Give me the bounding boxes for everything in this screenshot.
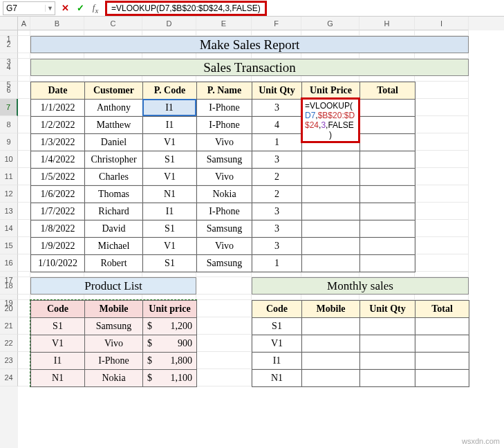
table-row[interactable]: V1 — [252, 335, 469, 353]
col-pname: P. Name — [197, 82, 252, 100]
row-header[interactable]: 15 — [0, 237, 18, 254]
col-header[interactable]: I — [415, 17, 469, 30]
table-row[interactable]: S1Samsung$1,200 — [31, 318, 197, 335]
row-header[interactable]: 9 — [0, 133, 18, 151]
select-all-corner[interactable] — [0, 17, 18, 30]
table-header-row: Date Customer P. Code P. Name Unit Qty U… — [31, 82, 416, 100]
col-unitprice: Unit Price — [302, 82, 360, 100]
formula-bar[interactable]: =VLOOKUP(D7,$B$20:$D$24,3,FALSE) — [105, 1, 267, 16]
row-header-active[interactable]: 7 — [0, 99, 18, 116]
row-header[interactable]: 5 — [0, 76, 18, 82]
table-row[interactable]: 1/10/2022RobertS1Samsung1 — [31, 255, 416, 272]
col-total: Total — [360, 82, 416, 100]
row-header[interactable]: 4 — [0, 59, 18, 76]
name-box-dropdown[interactable]: ▼ — [45, 5, 55, 12]
col-header[interactable]: D — [142, 17, 196, 30]
col-header[interactable]: B — [30, 17, 84, 30]
watermark: wsxdn.com — [462, 437, 500, 445]
row-header[interactable]: 23 — [0, 352, 18, 369]
col-header[interactable]: E — [196, 17, 252, 30]
title-main: Make Sales Report — [30, 36, 469, 53]
table-row[interactable]: S1 — [252, 318, 469, 335]
row-header[interactable]: 18 — [0, 277, 18, 295]
table-row[interactable]: 1/6/2022ThomasN1Nokia2 — [31, 186, 416, 203]
col-header[interactable]: H — [360, 17, 415, 30]
name-box[interactable]: ▼ — [3, 1, 55, 15]
spreadsheet-grid: 1 2 3 4 5 6 7 8 9 10 11 12 13 14 15 16 1… — [0, 17, 504, 448]
row-header[interactable]: 3 — [0, 53, 18, 59]
table-row[interactable]: 1/4/2022ChristopherS1Samsung3 — [31, 151, 416, 169]
row-header[interactable]: 20 — [0, 300, 18, 317]
row-header[interactable]: 22 — [0, 335, 18, 352]
title-product-list: Product List — [30, 277, 196, 295]
row-header[interactable]: 1 — [0, 30, 18, 36]
row-header[interactable]: 13 — [0, 203, 18, 220]
title-monthly-sales: Monthly sales — [252, 277, 469, 295]
active-cell-g7-formula[interactable]: =VLOOKUP( D7,$B$20:$D $24,3,FALSE ) — [301, 97, 360, 143]
row-header[interactable]: 6 — [0, 82, 18, 99]
col-header[interactable]: C — [84, 17, 142, 30]
row-header[interactable]: 10 — [0, 151, 18, 168]
table-row[interactable]: 1/8/2022DavidS1Samsung3 — [31, 221, 416, 238]
row-header[interactable]: 11 — [0, 168, 18, 185]
table-row[interactable]: 1/5/2022CharlesV1Vivo2 — [31, 169, 416, 186]
row-header[interactable]: 8 — [0, 116, 18, 133]
row-header[interactable]: 24 — [0, 369, 18, 386]
table-row[interactable]: V1Vivo$900 — [31, 335, 197, 353]
col-header[interactable]: G — [301, 17, 360, 30]
col-headers: A B C D E F G H I — [18, 17, 504, 30]
col-date: Date — [31, 82, 85, 100]
cancel-formula-icon[interactable]: ✕ — [59, 3, 71, 13]
table-row[interactable]: I1 — [252, 353, 469, 370]
col-unitqty: Unit Qty — [252, 82, 302, 100]
name-box-input[interactable] — [3, 3, 45, 13]
row-header[interactable]: 17 — [0, 272, 18, 277]
fx-icon[interactable]: fx — [90, 2, 101, 15]
monthly-table: CodeMobileUnit QtyTotal S1 V1 I1 N1 — [252, 300, 469, 387]
product-table: CodeMobileUnit price S1Samsung$1,200 V1V… — [30, 300, 197, 387]
accept-formula-icon[interactable]: ✓ — [75, 3, 86, 13]
col-customer: Customer — [85, 82, 143, 100]
row-header[interactable]: 16 — [0, 254, 18, 272]
row-header[interactable]: 2 — [0, 36, 18, 53]
row-header[interactable]: 12 — [0, 185, 18, 203]
row-headers: 1 2 3 4 5 6 7 8 9 10 11 12 13 14 15 16 1… — [0, 17, 18, 448]
table-row[interactable]: 1/7/2022RichardI1I-Phone3 — [31, 203, 416, 221]
cells-area[interactable]: Make Sales Report Sales Transaction Date… — [18, 30, 504, 386]
table-row[interactable]: N1Nokia$1,100 — [31, 370, 197, 387]
col-header[interactable]: F — [252, 17, 301, 30]
formula-bar-row: ▼ ✕ ✓ fx =VLOOKUP(D7,$B$20:$D$24,3,FALSE… — [0, 0, 504, 17]
row-header[interactable]: 14 — [0, 220, 18, 237]
col-header[interactable]: A — [18, 17, 30, 30]
title-sales-transaction: Sales Transaction — [30, 59, 469, 76]
row-header[interactable]: 21 — [0, 317, 18, 335]
table-row[interactable]: I1I-Phone$1,800 — [31, 353, 197, 370]
table-row[interactable]: 1/9/2022MichaelV1Vivo3 — [31, 238, 416, 255]
table-row[interactable]: N1 — [252, 370, 469, 387]
row-header[interactable]: 19 — [0, 295, 18, 300]
col-pcode: P. Code — [143, 82, 197, 100]
